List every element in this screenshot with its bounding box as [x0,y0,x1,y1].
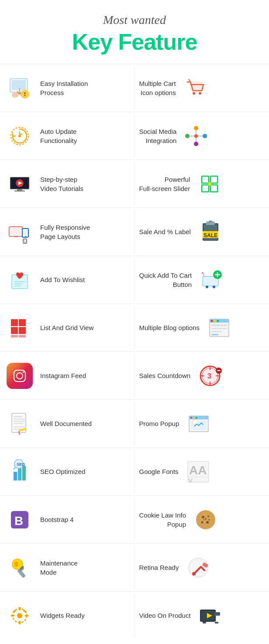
feature-text: Sales Countdown [139,371,191,380]
features-grid: Easy InstallationProcess Multiple CartIc… [0,64,269,639]
svg-point-15 [185,134,190,138]
social-icon [181,121,211,151]
feature-text: Cookie Law InfoPopup [139,511,186,529]
feature-row: Well Documented Promo Popup [0,399,269,447]
feature-text: Multiple CartIcon options [139,79,176,97]
svg-rect-43 [24,239,26,242]
svg-rect-108 [18,468,21,480]
svg-rect-95 [14,423,23,424]
svg-rect-147 [215,622,218,624]
feature-text: Auto UpdateFunctionality [40,127,77,145]
feature-text: Video On Product [139,611,191,620]
svg-point-121 [201,521,203,523]
svg-point-132 [192,572,196,576]
feature-cell-left: Well Documented [0,402,134,446]
sale-icon: SALE [195,217,226,247]
svg-point-58 [213,286,215,288]
svg-point-118 [196,510,215,529]
feature-row: Easy InstallationProcess Multiple CartIc… [0,64,269,112]
countdown-icon: 3 [195,361,225,391]
svg-point-6 [12,92,19,98]
svg-point-33 [208,182,211,186]
feature-row: Fully ResponsivePage Layouts SALE Sale A… [0,208,269,256]
header-subtitle: Most wanted [9,13,260,27]
svg-rect-92 [14,416,22,417]
feature-cell-right: Multiple CartIcon options [134,66,269,110]
svg-point-119 [202,516,204,518]
svg-point-125 [203,519,204,520]
svg-point-104 [196,417,197,419]
svg-rect-109 [22,466,26,480]
svg-point-5 [24,95,25,95]
feature-text: Instagram Feed [40,371,86,380]
svg-rect-94 [14,421,26,422]
feature-cell-right: AA Google Fonts [134,450,269,494]
svg-rect-63 [11,319,18,326]
feature-text: Retina Ready [139,563,179,572]
retina-icon [183,552,214,583]
responsive-icon [4,217,35,247]
svg-point-72 [214,320,216,322]
feature-cell-right: Quick Add To CartButton [134,258,269,302]
feature-cell-right: SALE Sale And % Label [134,210,269,254]
svg-rect-138 [11,615,14,617]
svg-point-57 [206,286,208,288]
svg-point-73 [217,320,219,322]
feature-cell-left: Instagram Feed [0,354,134,398]
quickcart-icon [196,265,227,295]
svg-text:3: 3 [207,372,211,380]
svg-text:SEO: SEO [17,462,25,467]
feature-text: List And Grid View [40,323,93,332]
svg-point-102 [190,417,192,419]
svg-text:AA: AA [189,463,207,477]
feature-text: Easy InstallationProcess [40,79,88,97]
svg-point-62 [202,272,203,274]
doc-icon [4,409,35,439]
feature-text: MaintenanceMode [40,559,78,577]
svg-rect-27 [17,189,22,191]
svg-rect-44 [24,242,25,243]
svg-rect-67 [11,335,18,337]
svg-text:$: $ [14,561,18,568]
svg-text:SALE: SALE [203,232,217,239]
feature-row: List And Grid View Mu [0,303,269,351]
svg-rect-65 [11,327,18,334]
header-title: Key Feature [9,29,260,55]
update-icon [4,121,35,151]
svg-point-123 [205,518,207,520]
svg-point-16 [203,134,207,138]
feature-text: SEO Optimized [40,467,85,476]
feature-row: Auto UpdateFunctionality [0,112,269,160]
feature-cell-right: Promo Popup [134,402,269,446]
feature-row: $ MaintenanceMode [0,543,269,591]
cart-icon [180,73,211,103]
svg-rect-76 [211,331,222,332]
header: Most wanted Key Feature [0,0,269,64]
feature-row: Add To Wishlist Quick Add To CartB [0,256,269,303]
svg-rect-41 [25,236,27,237]
feature-cell-right: Retina Ready [134,546,269,589]
svg-rect-1 [12,80,26,90]
feature-text: Widgets Ready [40,611,85,620]
svg-point-8 [193,92,195,95]
svg-rect-136 [19,607,21,610]
feature-cell-left: SEO SEO Optimized [0,450,134,494]
svg-rect-66 [19,327,26,334]
feature-cell-right: Multiple Blog options [134,306,269,350]
feature-row: SEO SEO Optimized AA Google Fonts [0,447,269,495]
feature-text: Step-by-stepVideo Tutorials [40,175,83,193]
cookie-icon [190,504,221,535]
feature-cell-left: Easy InstallationProcess [0,66,134,110]
feature-text: Add To Wishlist [40,275,85,284]
svg-rect-37 [10,228,21,235]
feature-cell-left: B Bootstrap 4 [0,498,134,542]
fonts-icon: AA [183,457,214,487]
svg-rect-28 [14,191,25,191]
svg-rect-77 [211,334,218,335]
instagram-logo [7,363,33,389]
instagram-icon [4,361,35,391]
svg-rect-40 [23,229,28,235]
svg-point-135 [17,613,22,618]
bootstrap-icon: B [4,504,35,535]
svg-point-120 [207,515,209,517]
